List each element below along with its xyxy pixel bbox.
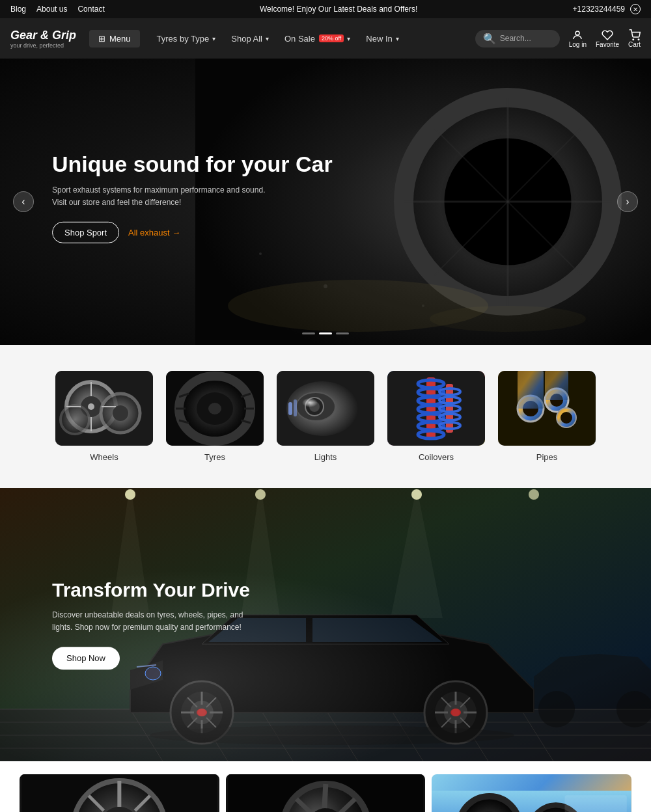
categories-section: Wheels	[0, 345, 651, 488]
nav-on-sale[interactable]: On Sale 20% off ▾	[278, 30, 357, 47]
nav-shop-all-label: Shop All	[231, 34, 262, 44]
tyres-label: Tyres	[204, 452, 225, 462]
svg-rect-42	[294, 399, 297, 416]
hero-prev-button[interactable]: ‹	[13, 191, 34, 212]
user-icon	[572, 29, 583, 41]
phone-number: +12323244459	[573, 5, 625, 14]
svg-point-2	[638, 39, 639, 40]
about-link[interactable]: About us	[36, 5, 67, 14]
shop-now-button[interactable]: Shop Now	[52, 647, 120, 670]
svg-point-65	[561, 412, 572, 424]
category-pipes[interactable]: Pipes	[498, 371, 596, 462]
lights-svg	[277, 371, 374, 446]
wheels-label: Wheels	[90, 452, 118, 462]
pipes-image	[498, 371, 596, 446]
svg-point-13	[324, 284, 327, 288]
nav-new-in[interactable]: New In ▾	[359, 30, 405, 47]
svg-point-43	[299, 396, 326, 411]
promo-banner: Transform Your Drive Discover unbeatable…	[0, 488, 651, 761]
hero-next-button[interactable]: ›	[617, 191, 638, 212]
product-card-1[interactable]	[20, 774, 219, 812]
svg-rect-153	[565, 795, 627, 812]
svg-rect-67	[545, 371, 568, 400]
hero-dot-3[interactable]	[336, 332, 349, 334]
product-card-3[interactable]	[432, 774, 631, 812]
product-wheel-svg-2	[226, 774, 426, 812]
pipes-label: Pipes	[536, 452, 558, 462]
category-tyres[interactable]: Tyres	[166, 371, 264, 462]
svg-point-12	[259, 252, 262, 255]
nav-new-in-label: New In	[366, 34, 392, 44]
svg-point-20	[113, 405, 128, 421]
nav-on-sale-label: On Sale	[284, 34, 315, 44]
lights-image	[277, 371, 374, 446]
top-bar: Blog About us Contact Welcome! Enjoy Our…	[0, 0, 651, 18]
promo-message: Welcome! Enjoy Our Latest Deals and Offe…	[105, 5, 573, 14]
svg-rect-44	[387, 371, 485, 446]
nav-shop-all[interactable]: Shop All ▾	[225, 30, 275, 47]
product-grid	[0, 761, 651, 812]
wheels-image	[55, 371, 153, 446]
close-button[interactable]: ✕	[630, 4, 641, 14]
svg-point-118	[538, 691, 575, 727]
heart-icon	[602, 29, 613, 41]
header: Gear & Grip your drive, perfected ⊞ Menu…	[0, 18, 651, 59]
top-bar-links: Blog About us Contact	[10, 5, 105, 14]
hero-desc-line1: Sport exhaust systems for maximum perfor…	[52, 184, 333, 196]
lights-label: Lights	[314, 452, 337, 462]
coilovers-image	[387, 371, 485, 446]
logo[interactable]: Gear & Grip your drive, perfected	[10, 29, 76, 49]
hero-dot-1[interactable]	[302, 332, 315, 334]
all-exhaust-link[interactable]: All exhaust →	[128, 228, 180, 237]
cart-icon	[629, 29, 641, 41]
wheels-svg	[55, 371, 153, 446]
promo-title: Transform Your Drive	[52, 579, 250, 601]
category-coilovers[interactable]: Coilovers	[387, 371, 485, 462]
cart-label: Cart	[628, 41, 641, 48]
main-nav: Tyres by Type ▾ Shop All ▾ On Sale 20% o…	[150, 30, 475, 47]
sale-badge: 20% off	[319, 34, 344, 42]
shop-sport-button[interactable]: Shop Sport	[52, 222, 119, 243]
hero-banner: Unique sound for your Car Sport exhaust …	[0, 59, 651, 345]
category-wheels[interactable]: Wheels	[55, 371, 153, 462]
svg-point-21	[61, 405, 89, 434]
nav-tyres-by-type[interactable]: Tyres by Type ▾	[150, 30, 223, 47]
logo-subtitle: your drive, perfected	[10, 42, 76, 49]
nav-tyres-label: Tyres by Type	[157, 34, 210, 44]
top-bar-right: +12323244459 ✕	[573, 4, 641, 14]
svg-line-137	[324, 784, 326, 808]
hero-dot-2[interactable]	[319, 332, 332, 334]
category-lights[interactable]: Lights	[277, 371, 374, 462]
header-right: 🔍 Log in Favorite Cart	[475, 29, 641, 48]
search-input[interactable]	[500, 34, 552, 43]
hero-dots	[302, 332, 349, 334]
favorite-label: Favorite	[596, 41, 619, 48]
menu-button[interactable]: ⊞ Menu	[89, 30, 140, 47]
svg-rect-41	[288, 402, 292, 415]
svg-point-14	[422, 304, 424, 307]
chevron-down-icon: ▾	[212, 35, 215, 42]
favorite-icon-group[interactable]: Favorite	[596, 29, 619, 48]
svg-rect-53	[446, 384, 453, 433]
logo-title: Gear & Grip	[10, 29, 76, 42]
login-label: Log in	[569, 41, 587, 48]
tyres-svg	[166, 371, 264, 446]
chevron-down-icon: ▾	[266, 35, 269, 42]
menu-label: Menu	[109, 34, 131, 44]
blog-link[interactable]: Blog	[10, 5, 26, 14]
product-tyre-svg	[432, 774, 631, 812]
cart-icon-group[interactable]: Cart	[628, 29, 641, 48]
hero-buttons: Shop Sport All exhaust →	[52, 222, 333, 243]
contact-link[interactable]: Contact	[77, 5, 104, 14]
search-box[interactable]: 🔍	[475, 30, 560, 47]
svg-rect-66	[518, 371, 544, 409]
product-card-2[interactable]	[226, 774, 426, 812]
hero-desc-line2: Visit our store and feel the difference!	[52, 196, 333, 209]
tyres-image	[166, 371, 264, 446]
svg-point-11	[430, 306, 586, 332]
login-icon-group[interactable]: Log in	[569, 29, 587, 48]
chevron-down-icon: ▾	[396, 35, 399, 42]
hero-title: Unique sound for your Car	[52, 151, 333, 178]
hero-content: Unique sound for your Car Sport exhaust …	[52, 151, 333, 243]
svg-point-29	[208, 403, 221, 414]
